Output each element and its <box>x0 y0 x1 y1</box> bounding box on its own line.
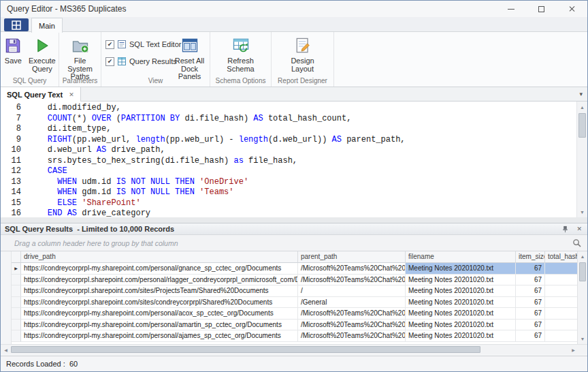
scroll-left-icon[interactable]: ◀ <box>1 345 11 355</box>
cell-total_hash[interactable] <box>545 263 577 275</box>
scroll-up-icon[interactable]: ▲ <box>578 251 587 262</box>
column-header-parent_path[interactable]: parent_path <box>298 251 406 263</box>
panel-splitter[interactable] <box>1 217 587 223</box>
checkbox-sql-text-editor[interactable]: ✔ SQL Text Editor <box>105 40 167 49</box>
row-indicator-cell <box>12 320 21 331</box>
grid-vertical-scrollbar[interactable]: ▲ ▼ <box>577 251 587 344</box>
folder-plus-icon <box>71 36 90 55</box>
application-menu-button[interactable] <box>4 18 29 31</box>
cell-item_size[interactable]: 67 <box>516 297 545 309</box>
results-close-icon[interactable]: ✕ <box>576 226 582 232</box>
cell-filename[interactable]: Meeting Notes 20201020.txt <box>406 285 516 297</box>
cell-parent_path[interactable]: /General <box>298 297 406 309</box>
chevron-down-icon[interactable]: ▾ <box>579 91 583 97</box>
application-grid-icon <box>12 20 21 30</box>
cell-drive_path[interactable]: https://condreycorprpl-my.sharepoint.com… <box>21 320 298 331</box>
minimize-icon <box>508 9 514 10</box>
cell-parent_path[interactable]: / <box>298 285 406 297</box>
results-panel-header: SQL Query Results - Limited to 10,000 Re… <box>1 223 587 235</box>
execute-query-button-label: Execute Query <box>27 57 57 73</box>
cell-filename[interactable]: Meeting Notes 20201020.txt <box>406 275 516 286</box>
grid-scrollbar-thumb[interactable] <box>579 262 586 281</box>
cell-parent_path[interactable]: /Microsoft%20Teams%20Chat%20Files <box>298 308 406 320</box>
maximize-button[interactable] <box>526 1 557 17</box>
app-window: Query Editor - MS365 Duplicates Main Sav… <box>0 0 588 372</box>
column-header-total_hash[interactable]: total_hash <box>545 251 577 263</box>
cell-item_size[interactable]: 67 <box>516 263 545 275</box>
cell-total_hash[interactable] <box>545 297 577 309</box>
code-line: 13 WHEN udm.id IS NOT NULL THEN 'OneDriv… <box>1 177 576 188</box>
horizontal-scrollbar-thumb[interactable] <box>11 346 480 353</box>
cell-total_hash[interactable] <box>545 275 577 286</box>
reset-dock-panels-button[interactable]: Reset All Dock Panels <box>170 35 209 82</box>
editor-scrollbar-thumb[interactable] <box>578 113 586 138</box>
cell-total_hash[interactable] <box>545 285 577 297</box>
refresh-schema-button[interactable]: Refresh Schema <box>221 35 261 74</box>
cell-total_hash[interactable] <box>545 320 577 331</box>
view-checkbox-column: ✔ SQL Text Editor ✔ Query Results <box>105 40 167 66</box>
cell-filename[interactable]: Meeting Notes 20201020.txt <box>406 297 516 309</box>
checkbox-query-results[interactable]: ✔ Query Results <box>105 57 167 66</box>
editor-vertical-scrollbar[interactable]: ▲ ▼ <box>576 102 587 217</box>
row-indicator-cell <box>12 297 21 309</box>
scroll-up-icon[interactable]: ▲ <box>577 102 587 112</box>
tab-close-icon[interactable]: ✕ <box>69 91 74 98</box>
tab-sql-query-text[interactable]: SQL Query Text ✕ <box>1 87 81 102</box>
cell-filename[interactable]: Meeting Notes 20201020.txt <box>406 320 516 331</box>
table-row[interactable]: https://condreycorprpl-my.sharepoint.com… <box>12 330 577 342</box>
cell-item_size[interactable]: 67 <box>516 330 545 342</box>
line-number: 14 <box>1 187 21 198</box>
grid-horizontal-scrollbar[interactable]: ◀ ▶ <box>1 344 578 354</box>
cell-item_size[interactable]: 67 <box>516 308 545 320</box>
pin-icon[interactable] <box>561 226 569 233</box>
cell-item_size[interactable]: 67 <box>516 320 545 331</box>
cell-total_hash[interactable] <box>545 330 577 342</box>
table-row[interactable]: https://condreycorprpl.sharepoint.com/si… <box>12 297 577 309</box>
cell-drive_path[interactable]: https://condreycorprpl.sharepoint.com/pe… <box>21 275 298 286</box>
execute-query-button[interactable]: Execute Query <box>27 35 58 74</box>
line-number: 13 <box>1 177 21 188</box>
line-number: 15 <box>1 198 21 209</box>
design-layout-button[interactable]: Design Layout <box>284 35 322 74</box>
cell-parent_path[interactable]: /Microsoft%20Teams%20Chat%20Files <box>298 330 406 342</box>
table-row[interactable]: https://condreycorprpl.sharepoint.com/pe… <box>12 275 577 286</box>
column-header-filename[interactable]: filename <box>406 251 516 263</box>
line-number: 8 <box>1 124 21 135</box>
minimize-button[interactable] <box>495 1 526 17</box>
table-row[interactable]: https://condreycorprpl-my.sharepoint.com… <box>12 308 577 320</box>
cell-item_size[interactable]: 67 <box>516 285 545 297</box>
cell-drive_path[interactable]: https://condreycorprpl-my.sharepoint.com… <box>21 330 298 342</box>
cell-drive_path[interactable]: https://condreycorprpl-my.sharepoint.com… <box>21 308 298 320</box>
cell-parent_path[interactable]: /Microsoft%20Teams%20Chat%20Files <box>298 263 406 275</box>
cell-drive_path[interactable]: https://condreycorprpl-my.sharepoint.com… <box>21 263 298 275</box>
cell-drive_path[interactable]: https://condreycorprpl.sharepoint.com/si… <box>21 285 298 297</box>
file-system-paths-button[interactable]: File System Paths <box>60 35 100 82</box>
code-area[interactable]: 6 di.modified_by,7 COUNT(*) OVER (PARTIT… <box>1 103 576 217</box>
sql-editor[interactable]: 6 di.modified_by,7 COUNT(*) OVER (PARTIT… <box>1 102 587 217</box>
cell-filename[interactable]: Meeting Notes 20201020.txt <box>406 330 516 342</box>
table-row[interactable]: ▶https://condreycorprpl-my.sharepoint.co… <box>12 263 577 275</box>
cell-filename[interactable]: Meeting Notes 20201020.txt <box>406 263 516 275</box>
line-number: 6 <box>1 103 21 114</box>
table-row[interactable]: https://condreycorprpl.sharepoint.com/si… <box>12 285 577 297</box>
table-row[interactable]: https://condreycorprpl-my.sharepoint.com… <box>12 320 577 331</box>
column-header-item_size[interactable]: item_size <box>516 251 545 263</box>
search-icon[interactable] <box>572 238 581 247</box>
line-number: 11 <box>1 156 21 167</box>
close-button[interactable] <box>557 1 587 17</box>
scroll-down-icon[interactable]: ▼ <box>577 206 587 217</box>
column-header-drive_path[interactable]: drive_path <box>21 251 298 263</box>
save-button[interactable]: Save <box>1 35 25 67</box>
cell-item_size[interactable]: 67 <box>516 275 545 286</box>
cell-filename[interactable]: Meeting Notes 20201020.txt <box>406 308 516 320</box>
ribbon-group-caption-schema-options: Schema Options <box>210 77 271 84</box>
scroll-down-icon[interactable]: ▼ <box>578 334 587 344</box>
group-by-panel[interactable]: Drag a column header here to group by th… <box>1 235 587 251</box>
cell-parent_path[interactable]: /Microsoft%20Teams%20Chat%20Files <box>298 320 406 331</box>
cell-parent_path[interactable]: /Microsoft%20Teams%20Chat%20Files <box>298 275 406 286</box>
cell-drive_path[interactable]: https://condreycorprpl.sharepoint.com/si… <box>21 297 298 309</box>
tab-main[interactable]: Main <box>31 18 63 33</box>
design-layout-button-label: Design Layout <box>284 57 321 73</box>
results-grid: drive_pathparent_pathfilenameitem_sizeto… <box>1 251 577 344</box>
cell-total_hash[interactable] <box>545 308 577 320</box>
